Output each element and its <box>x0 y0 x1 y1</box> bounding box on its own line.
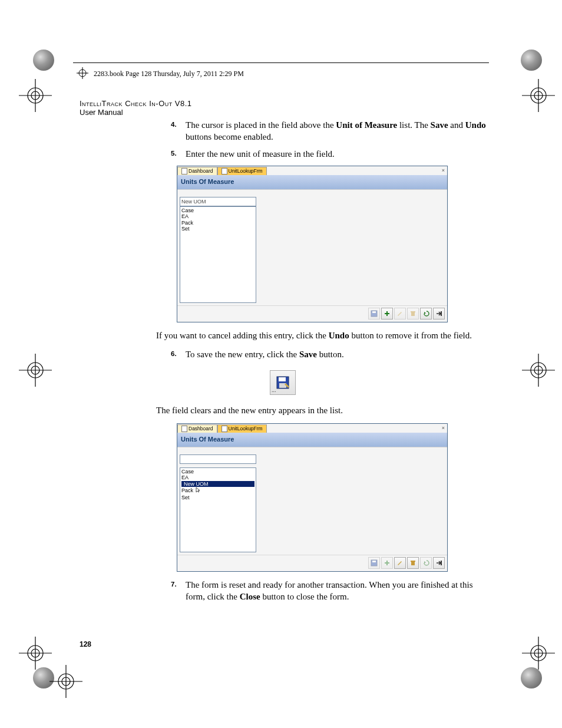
svg-rect-35 <box>411 312 415 316</box>
step-number: 6. <box>171 350 177 359</box>
save-button-caption: ... <box>272 386 276 394</box>
step-6: 6. To save the new entry, click the Save… <box>80 348 486 360</box>
svg-rect-45 <box>411 562 415 565</box>
step-number: 5. <box>171 149 177 159</box>
undo-note: If you want to cancel adding this entry,… <box>156 330 486 341</box>
cropmark-info: 2283.book Page 128 Thursday, July 7, 201… <box>77 67 244 81</box>
tab-unitlookupfrm[interactable]: UnitLookupFrm <box>217 424 267 433</box>
svg-rect-32 <box>372 311 376 313</box>
tab-unitlookupfrm[interactable]: UnitLookupFrm <box>217 167 267 175</box>
registration-mark-icon <box>522 637 555 670</box>
tab-close-button[interactable]: × <box>439 167 447 175</box>
uom-input[interactable]: New UOM <box>180 197 256 206</box>
form-title: Units Of Measure <box>177 433 447 447</box>
step-5: 5. Enter the new unit of measure in the … <box>80 148 486 160</box>
list-item[interactable]: Set <box>181 495 254 500</box>
page-number: 128 <box>80 640 91 648</box>
save-button[interactable] <box>368 308 380 319</box>
tab-dashboard[interactable]: Dashboard <box>177 167 217 175</box>
document-icon <box>181 168 187 174</box>
registration-mark-icon <box>19 79 52 112</box>
step-number: 4. <box>171 120 177 130</box>
toolbar-spacer <box>177 189 447 196</box>
undo-button[interactable] <box>420 557 432 569</box>
document-icon <box>222 426 227 432</box>
save-button[interactable] <box>368 557 380 569</box>
svg-rect-44 <box>385 562 389 564</box>
decor-sphere <box>521 667 542 689</box>
save-button-illustration: ... <box>270 370 296 395</box>
delete-button[interactable] <box>407 557 419 569</box>
list-item[interactable]: EA <box>181 213 254 219</box>
edit-button[interactable] <box>394 308 406 319</box>
clears-paragraph: The field clears and the new entry appea… <box>156 404 486 416</box>
uom-listbox[interactable]: Case EA Pack Set <box>180 206 256 303</box>
tab-dashboard[interactable]: Dashboard <box>177 424 217 433</box>
product-name: IntelliTrack Check In-Out V8.1 <box>80 99 192 108</box>
list-item[interactable]: EA <box>181 475 254 480</box>
tab-strip: Dashboard UnitLookupFrm × <box>177 166 447 175</box>
registration-mark-icon <box>19 354 52 387</box>
svg-rect-42 <box>372 561 376 562</box>
toolbar-spacer <box>177 447 447 453</box>
registration-mark-icon <box>522 354 555 387</box>
document-icon <box>222 168 227 174</box>
list-item[interactable]: Pack <box>181 487 254 494</box>
list-item[interactable]: Set <box>181 226 254 232</box>
list-item[interactable]: Case <box>181 469 254 475</box>
screenshot-uom-form-saved: Dashboard UnitLookupFrm × Units Of Measu… <box>177 423 448 572</box>
registration-mark-icon <box>19 637 52 670</box>
step-text: To save the new entry, click the Save bu… <box>186 350 344 359</box>
svg-rect-47 <box>441 561 442 565</box>
undo-button[interactable] <box>420 308 432 319</box>
registration-mark-icon <box>522 79 555 112</box>
add-button[interactable] <box>381 557 393 569</box>
edit-button[interactable] <box>394 557 406 569</box>
page-header: IntelliTrack Check In-Out V8.1 User Manu… <box>80 99 192 117</box>
registration-mark-icon <box>77 67 88 81</box>
cropmark-text: 2283.book Page 128 Thursday, July 7, 201… <box>94 70 244 78</box>
registration-mark-icon <box>49 665 82 698</box>
decor-sphere <box>521 50 542 71</box>
tab-strip: Dashboard UnitLookupFrm × <box>177 424 447 433</box>
svg-rect-37 <box>441 311 442 316</box>
close-button[interactable] <box>433 557 445 569</box>
doc-subtitle: User Manual <box>80 108 192 117</box>
page-rule <box>73 62 489 63</box>
svg-rect-46 <box>411 561 415 562</box>
uom-listbox[interactable]: Case EA New UOM Pack Set <box>180 467 256 552</box>
form-toolbar <box>177 305 447 322</box>
document-icon <box>181 426 187 432</box>
list-item-selected[interactable]: New UOM <box>181 481 254 487</box>
form-toolbar <box>177 555 447 571</box>
floppy-disk-icon <box>276 375 290 390</box>
step-text: Enter the new unit of measure in the fie… <box>186 149 335 159</box>
add-button[interactable] <box>381 308 393 319</box>
svg-rect-39 <box>279 377 286 381</box>
svg-rect-34 <box>385 313 389 314</box>
step-number: 7. <box>171 580 177 589</box>
uom-input[interactable] <box>180 454 256 464</box>
list-item[interactable]: Pack <box>181 220 254 226</box>
cursor-icon <box>196 487 200 494</box>
screenshot-uom-form-entry: Dashboard UnitLookupFrm × Units Of Measu… <box>177 166 448 322</box>
step-text: The form is reset and ready for another … <box>186 580 472 601</box>
tab-close-button[interactable]: × <box>439 424 447 433</box>
step-4: 4. The cursor is placed in the field abo… <box>80 119 486 143</box>
delete-button[interactable] <box>407 308 419 319</box>
close-button[interactable] <box>433 308 445 319</box>
step-text: The cursor is placed in the field above … <box>186 120 486 141</box>
page-content: 4. The cursor is placed in the field abo… <box>80 119 486 608</box>
list-item[interactable]: Case <box>181 207 254 213</box>
decor-sphere <box>33 50 54 71</box>
form-title: Units Of Measure <box>177 175 447 189</box>
step-7: 7. The form is reset and ready for anoth… <box>80 579 486 603</box>
svg-rect-36 <box>411 311 415 312</box>
